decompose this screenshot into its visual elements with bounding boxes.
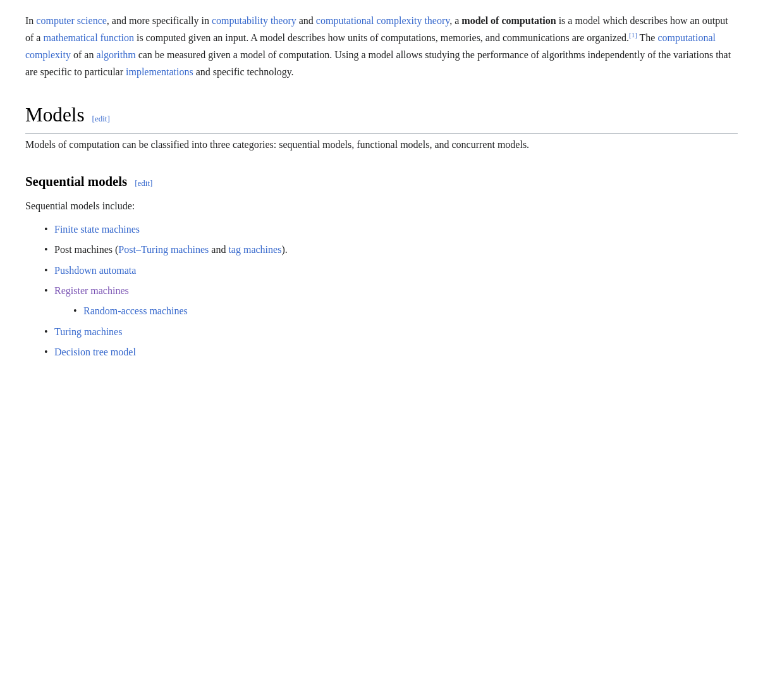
register-machines-sublist: Random-access machines: [54, 303, 738, 319]
link-implementations[interactable]: implementations: [126, 66, 193, 77]
link-register-machines[interactable]: Register machines: [54, 285, 129, 296]
post-machines-suffix: ).: [281, 244, 287, 255]
link-computer-science[interactable]: computer science: [36, 15, 107, 26]
sequential-intro: Sequential models include:: [25, 198, 738, 214]
list-item-decision-tree-model: Decision tree model: [44, 344, 738, 360]
link-tag-machines[interactable]: tag machines: [228, 244, 281, 255]
models-section-heading: Models [edit]: [25, 99, 738, 134]
link-computational-complexity-theory[interactable]: computational complexity theory: [316, 15, 449, 26]
sequential-section-heading: Sequential models [edit]: [25, 171, 738, 192]
post-machines-prefix: Post machines (: [54, 244, 118, 255]
sequential-heading-text: Sequential models: [25, 171, 127, 192]
link-computability-theory[interactable]: computability theory: [212, 15, 296, 26]
link-post-turing-machines[interactable]: Post–Turing machines: [118, 244, 209, 255]
list-item-post-machines: Post machines (Post–Turing machines and …: [44, 242, 738, 258]
list-item-turing-machines: Turing machines: [44, 324, 738, 340]
bold-model-of-computation: model of computation: [461, 15, 556, 26]
sequential-edit-link[interactable]: [edit]: [135, 177, 152, 190]
list-item-pushdown-automata: Pushdown automata: [44, 262, 738, 279]
intro-paragraph: In computer science, and more specifical…: [25, 13, 738, 80]
list-item-random-access-machines: Random-access machines: [73, 303, 738, 319]
models-edit-link[interactable]: [edit]: [92, 113, 110, 126]
link-random-access-machines[interactable]: Random-access machines: [83, 305, 188, 316]
citation-1[interactable]: [1]: [629, 31, 637, 39]
link-turing-machines[interactable]: Turing machines: [54, 326, 122, 337]
link-decision-tree-model[interactable]: Decision tree model: [54, 347, 136, 357]
models-description: Models of computation can be classified …: [25, 137, 738, 153]
sequential-models-list: Finite state machines Post machines (Pos…: [25, 221, 738, 361]
list-item-register-machines: Register machines Random-access machines: [44, 283, 738, 320]
link-pushdown-automata[interactable]: Pushdown automata: [54, 265, 136, 276]
post-machines-and: and: [209, 244, 228, 255]
link-algorithm[interactable]: algorithm: [96, 49, 135, 60]
models-heading-text: Models: [25, 99, 85, 131]
list-item-finite-state-machines: Finite state machines: [44, 221, 738, 238]
link-finite-state-machines[interactable]: Finite state machines: [54, 224, 140, 235]
link-mathematical-function[interactable]: mathematical function: [43, 33, 134, 44]
